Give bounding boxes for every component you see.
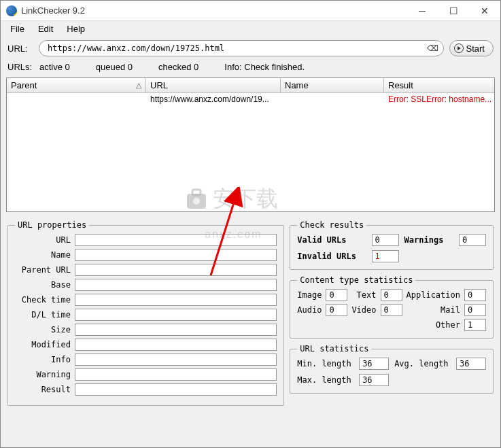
label-dl-time: D/L time (15, 310, 75, 320)
video-label: Video (351, 305, 376, 315)
max-length-value (359, 374, 389, 386)
field-parent-url[interactable] (75, 264, 277, 276)
max-length-label: Max. length (297, 375, 353, 385)
queued-value: 0 (128, 62, 133, 72)
col-header-result[interactable]: Result (384, 78, 494, 92)
menubar: File Edit Help (1, 21, 500, 36)
audio-label: Audio (297, 305, 322, 315)
table-header: Parent △ URL Name Result (7, 78, 494, 93)
text-label: Text (351, 290, 376, 300)
cell-result: Error: SSLError: hostname... (384, 93, 494, 107)
valid-urls-value (372, 234, 399, 246)
cell-url: https://www.anxz.com/down/19... (146, 93, 281, 107)
url-input[interactable] (39, 40, 444, 56)
warnings-value (459, 234, 486, 246)
active-value: 0 (65, 62, 70, 72)
info-label: Info: (224, 62, 241, 72)
min-length-label: Min. length (297, 359, 353, 368)
status-row: URLs: active 0 queued 0 checked 0 Info: … (1, 61, 500, 77)
url-row: URL: ⌫ Start (1, 36, 500, 61)
image-label: Image (297, 290, 322, 300)
start-label: Start (466, 44, 485, 54)
label-modified: Modified (15, 340, 75, 349)
field-warning[interactable] (75, 368, 277, 381)
mail-value (464, 304, 486, 316)
field-check-time[interactable] (75, 294, 277, 306)
label-url: URL (15, 235, 75, 245)
other-value (464, 319, 486, 331)
label-parent-url: Parent URL (15, 265, 75, 275)
field-modified[interactable] (75, 339, 277, 351)
queued-label: queued (96, 62, 125, 72)
content-type-legend: Content type statistics (297, 275, 415, 285)
close-button[interactable]: ✕ (469, 1, 500, 20)
checked-value: 0 (194, 62, 198, 72)
url-label: URL: (7, 44, 33, 54)
label-check-time: Check time (15, 295, 75, 305)
avg-length-label: Avg. length (394, 359, 451, 368)
app-icon (6, 5, 17, 16)
field-base[interactable] (75, 279, 277, 291)
content-type-panel: Content type statistics Image Text Appli… (290, 275, 494, 339)
valid-urls-label: Valid URLs (297, 235, 366, 245)
menu-file[interactable]: File (3, 22, 31, 35)
col-header-name[interactable]: Name (281, 78, 384, 92)
minimize-button[interactable]: ─ (407, 1, 438, 20)
field-result[interactable] (75, 383, 277, 396)
audio-value (326, 304, 347, 316)
menu-edit[interactable]: Edit (31, 22, 60, 35)
field-info[interactable] (75, 354, 277, 366)
field-size[interactable] (75, 324, 277, 336)
label-size: Size (15, 325, 75, 334)
info-value: Check finished. (244, 62, 305, 72)
check-results-legend: Check results (297, 220, 366, 230)
window-title: LinkChecker 9.2 (21, 5, 407, 16)
field-dl-time[interactable] (75, 309, 277, 321)
label-name: Name (15, 250, 75, 260)
cell-name (281, 93, 384, 107)
url-properties-panel: URL properties URL Name Parent URL Base … (7, 220, 284, 406)
field-url[interactable] (75, 234, 277, 246)
mail-label: Mail (407, 305, 460, 315)
image-value (326, 289, 347, 301)
sort-ascending-icon: △ (136, 81, 141, 90)
text-value (381, 289, 402, 301)
checked-label: checked (158, 62, 191, 72)
avg-length-value (456, 358, 486, 370)
table-row[interactable]: https://www.anxz.com/down/19... Error: S… (7, 93, 494, 107)
application-label: Application (407, 290, 460, 300)
menu-help[interactable]: Help (60, 22, 92, 35)
other-label: Other (407, 320, 460, 330)
maximize-button[interactable]: ☐ (438, 1, 469, 20)
check-results-panel: Check results Valid URLs Warnings Invali… (290, 220, 494, 270)
video-value (381, 304, 402, 316)
label-result: Result (15, 385, 75, 394)
warnings-label: Warnings (404, 235, 453, 245)
application-value (464, 289, 486, 301)
url-statistics-legend: URL statistics (297, 344, 371, 354)
url-props-legend: URL properties (15, 220, 89, 230)
play-icon (454, 44, 464, 53)
cell-parent (7, 93, 146, 107)
table-body[interactable]: https://www.anxz.com/down/19... Error: S… (7, 93, 494, 211)
field-name[interactable] (75, 249, 277, 261)
clear-url-icon[interactable]: ⌫ (427, 44, 438, 53)
invalid-urls-label: Invalid URLs (297, 252, 366, 261)
active-label: active (39, 62, 63, 72)
titlebar: LinkChecker 9.2 ─ ☐ ✕ (1, 1, 500, 21)
start-button[interactable]: Start (449, 40, 494, 56)
label-base: Base (15, 280, 75, 290)
invalid-urls-value (372, 250, 399, 262)
results-table: Parent △ URL Name Result https://www.anx… (6, 77, 495, 212)
label-info: Info (15, 355, 75, 364)
label-warning: Warning (15, 370, 75, 379)
col-header-url[interactable]: URL (146, 78, 281, 92)
urls-label: URLs: (7, 62, 32, 72)
col-header-parent[interactable]: Parent △ (7, 78, 146, 92)
url-statistics-panel: URL statistics Min. length Avg. length M… (290, 344, 494, 394)
min-length-value (359, 358, 389, 370)
